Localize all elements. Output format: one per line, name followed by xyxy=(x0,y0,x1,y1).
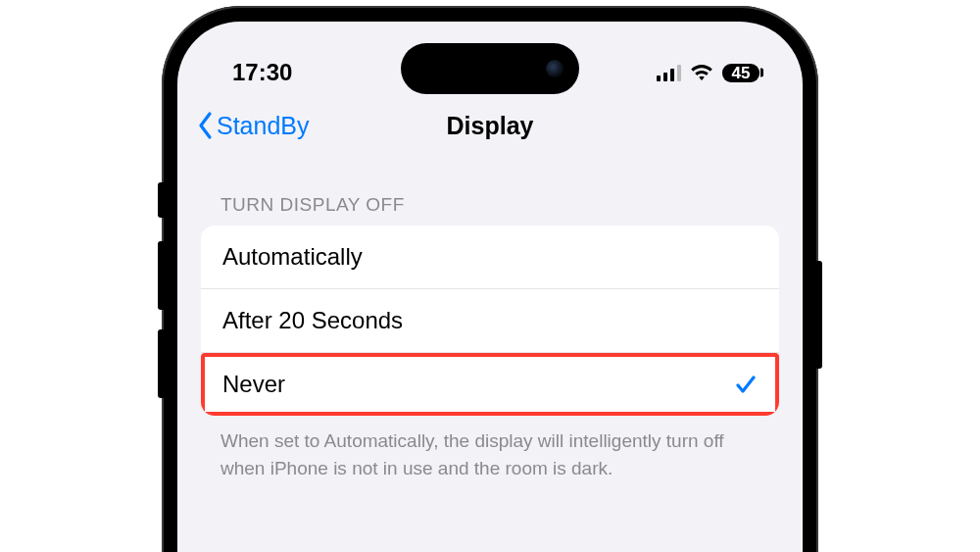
page-title: Display xyxy=(447,112,534,140)
content-area: TURN DISPLAY OFF Automatically After 20 … xyxy=(177,159,803,481)
side-button xyxy=(158,182,164,218)
status-time: 17:30 xyxy=(232,59,292,86)
option-automatically[interactable]: Automatically xyxy=(201,226,779,289)
options-list: Automatically After 20 Seconds Never xyxy=(201,226,779,416)
option-after-20-seconds[interactable]: After 20 Seconds xyxy=(201,289,779,353)
screen: 17:30 45 StandBy Display xyxy=(177,22,803,552)
wifi-icon xyxy=(690,64,713,81)
front-camera-icon xyxy=(546,60,564,77)
chevron-left-icon xyxy=(197,111,215,140)
power-button xyxy=(816,261,822,369)
back-label: StandBy xyxy=(217,112,310,140)
phone-frame: 17:30 45 StandBy Display xyxy=(162,6,818,552)
volume-down-button xyxy=(158,329,164,398)
option-label: After 20 Seconds xyxy=(222,307,403,334)
dynamic-island xyxy=(401,43,579,94)
option-label: Never xyxy=(222,371,285,398)
section-footer: When set to Automatically, the display w… xyxy=(201,416,779,481)
section-header: TURN DISPLAY OFF xyxy=(201,194,779,226)
battery-level-badge: 45 xyxy=(722,64,760,82)
option-never[interactable]: Never xyxy=(201,353,779,416)
option-label: Automatically xyxy=(222,243,363,271)
navigation-bar: StandBy Display xyxy=(177,98,803,159)
back-button[interactable]: StandBy xyxy=(197,111,310,140)
checkmark-icon xyxy=(734,373,758,396)
cellular-signal-icon xyxy=(657,65,682,81)
volume-up-button xyxy=(158,241,164,310)
